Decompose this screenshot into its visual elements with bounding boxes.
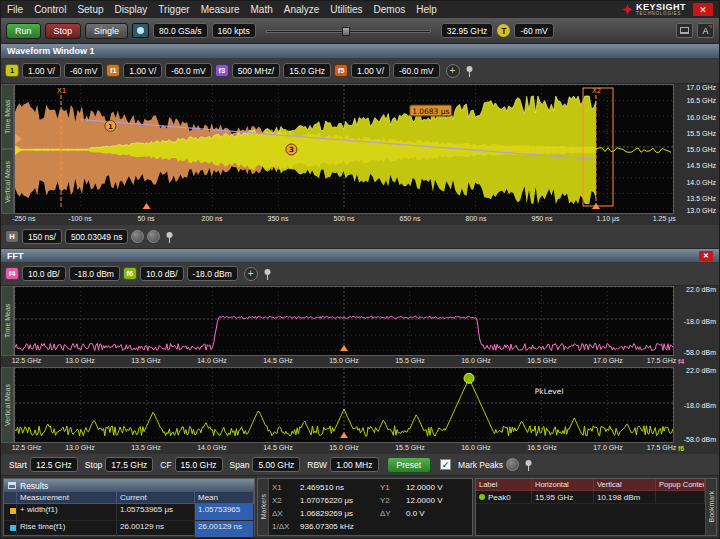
fft-f4-display[interactable]: [14, 286, 674, 356]
svg-text:1.0683 μs: 1.0683 μs: [412, 107, 449, 116]
bookmark-side-label[interactable]: Bookmark: [705, 479, 716, 535]
span-frequency[interactable]: 5.00 GHz: [252, 457, 300, 472]
pushpin-icon[interactable]: [263, 268, 272, 280]
stop-label: Stop: [85, 460, 103, 470]
f4-scale[interactable]: 10.0 dB/: [22, 266, 66, 281]
f5-offset[interactable]: -60.0 mV: [393, 63, 440, 78]
channel-1-scale[interactable]: 1.00 V/: [22, 63, 61, 78]
waveform-x-axis: -250 ns-100 ns 50 ns200 ns 350 ns500 ns …: [1, 214, 719, 225]
waveform-window-titlebar[interactable]: Waveform Window 1: [1, 44, 719, 58]
keysight-spark-icon: [622, 4, 633, 15]
fft-plot1-row: Time Meas 22.0 dBm -18.0 dBm -58.0 dBm: [1, 286, 719, 356]
peak-dot: [479, 494, 485, 500]
knob-icon[interactable]: [131, 230, 144, 243]
menu-analyze[interactable]: Analyze: [284, 4, 320, 15]
trigger-level-box[interactable]: -60 mV: [514, 23, 553, 38]
stop-frequency[interactable]: 17.5 GHz: [105, 457, 153, 472]
fft-tab-time-meas[interactable]: Time Meas: [1, 286, 14, 356]
f4-offset[interactable]: -18.0 dBm: [69, 266, 120, 281]
horizontal-scale[interactable]: 150 ns/: [22, 229, 62, 244]
knob-icon[interactable]: [147, 230, 160, 243]
menu-help[interactable]: Help: [416, 4, 437, 15]
col-current: Current: [117, 492, 195, 504]
tab-time-meas[interactable]: Time Meas: [1, 84, 14, 149]
svg-text:3: 3: [289, 146, 294, 154]
channel-1-offset[interactable]: -60 mV: [64, 63, 103, 78]
channel-1-badge[interactable]: 1: [5, 64, 19, 77]
menu-math[interactable]: Math: [251, 4, 273, 15]
run-button[interactable]: Run: [6, 23, 41, 39]
col-vertical: Vertical: [594, 479, 656, 491]
markers-side-label[interactable]: Markers: [258, 479, 269, 535]
svg-text:X1: X1: [57, 87, 66, 95]
annotation-icon[interactable]: A: [697, 23, 714, 38]
stop-button[interactable]: Stop: [45, 23, 82, 39]
channel-controls-row: 1 1.00 V/ -60 mV f1 1.00 V/ -60.0 mV f3 …: [1, 58, 719, 84]
memory-depth-box[interactable]: 160 kpts: [212, 23, 256, 38]
slider-thumb[interactable]: [342, 27, 350, 36]
fft-close-button[interactable]: ✕: [699, 251, 713, 261]
fft-frequency-controls: Start 12.5 GHz Stop 17.5 GHz CF 15.0 GHz…: [1, 454, 719, 476]
f4-trace-tag: f4: [674, 356, 719, 367]
table-row[interactable]: [4, 504, 17, 521]
fft-window-titlebar[interactable]: FFT ✕: [1, 249, 719, 262]
bookmark-row[interactable]: Peak0: [476, 491, 532, 504]
horizontal-position[interactable]: 500.03049 ns: [65, 229, 129, 244]
close-button[interactable]: ✕: [693, 3, 713, 16]
horizontal-delay-slider[interactable]: [266, 25, 431, 37]
trigger-badge[interactable]: T: [497, 24, 510, 37]
f4-badge[interactable]: f4: [5, 267, 19, 280]
menu-trigger[interactable]: Trigger: [158, 4, 189, 15]
pushpin-icon[interactable]: [165, 231, 174, 243]
f1-offset[interactable]: -60.0 mV: [165, 63, 212, 78]
knob-icon[interactable]: [506, 458, 519, 471]
f6-badge[interactable]: f6: [123, 267, 137, 280]
preset-button[interactable]: Preset: [387, 457, 432, 473]
horizontal-badge[interactable]: H: [5, 230, 19, 243]
fft-f6-display[interactable]: PkLevel: [14, 367, 674, 443]
pushpin-icon[interactable]: [524, 459, 533, 471]
pushpin-icon[interactable]: [465, 65, 474, 77]
horizontal-controls-row: H 150 ns/ 500.03049 ns: [1, 225, 719, 249]
results-title: Results: [20, 481, 48, 491]
menu-utilities[interactable]: Utilities: [330, 4, 362, 15]
f6-scale[interactable]: 10.0 dB/: [140, 266, 184, 281]
brand-sub: TECHNOLOGIES: [636, 12, 686, 17]
waveform-display[interactable]: X1X21.0683 μs13: [14, 84, 674, 214]
screenshot-camera-icon[interactable]: [132, 23, 149, 38]
center-frequency[interactable]: 15.0 GHz: [175, 457, 223, 472]
mark-peaks-label: Mark Peaks: [458, 460, 503, 470]
f1-badge[interactable]: f1: [106, 64, 120, 77]
f3-badge[interactable]: f3: [215, 64, 229, 77]
menu-display[interactable]: Display: [115, 4, 148, 15]
mark-peaks-checkbox[interactable]: ✓: [440, 459, 451, 470]
tab-vertical-meas[interactable]: Vertical Meas: [1, 149, 14, 214]
fft-plot2-row: Vertical Meas PkLevel 22.0 dBm -18.0 dBm…: [1, 367, 719, 443]
menu-setup[interactable]: Setup: [77, 4, 103, 15]
results-icon: [8, 482, 16, 489]
menu-file[interactable]: File: [7, 4, 23, 15]
f3-scale[interactable]: 500 MHz/: [232, 63, 280, 78]
max-frequency-box[interactable]: 32.95 GHz: [441, 23, 494, 38]
add-waveform-button[interactable]: +: [446, 64, 460, 78]
f5-scale[interactable]: 1.00 V/: [351, 63, 390, 78]
menu-control[interactable]: Control: [34, 4, 66, 15]
fft-tab-vertical-meas[interactable]: Vertical Meas: [1, 367, 14, 443]
f6-offset[interactable]: -18.0 dBm: [187, 266, 238, 281]
f1-scale[interactable]: 1.00 V/: [123, 63, 162, 78]
f3-offset[interactable]: 15.0 GHz: [283, 63, 331, 78]
display-layout-icon[interactable]: [676, 23, 693, 38]
menu-demos[interactable]: Demos: [374, 4, 406, 15]
sample-rate-box[interactable]: 80.0 GSa/s: [153, 23, 208, 38]
bookmarks-panel: Label Horizontal Vertical Popup Content …: [475, 478, 717, 536]
table-row[interactable]: [4, 521, 17, 538]
rbw-value[interactable]: 1.00 MHz: [330, 457, 378, 472]
f5-badge[interactable]: f5: [334, 64, 348, 77]
menu-measure[interactable]: Measure: [201, 4, 240, 15]
cf-label: CF: [160, 460, 171, 470]
start-frequency[interactable]: 12.5 GHz: [30, 457, 78, 472]
menu-bar: File Control Setup Display Trigger Measu…: [1, 1, 719, 18]
add-trace-button[interactable]: +: [244, 267, 258, 281]
single-button[interactable]: Single: [85, 23, 128, 39]
results-header[interactable]: Results: [4, 479, 254, 492]
